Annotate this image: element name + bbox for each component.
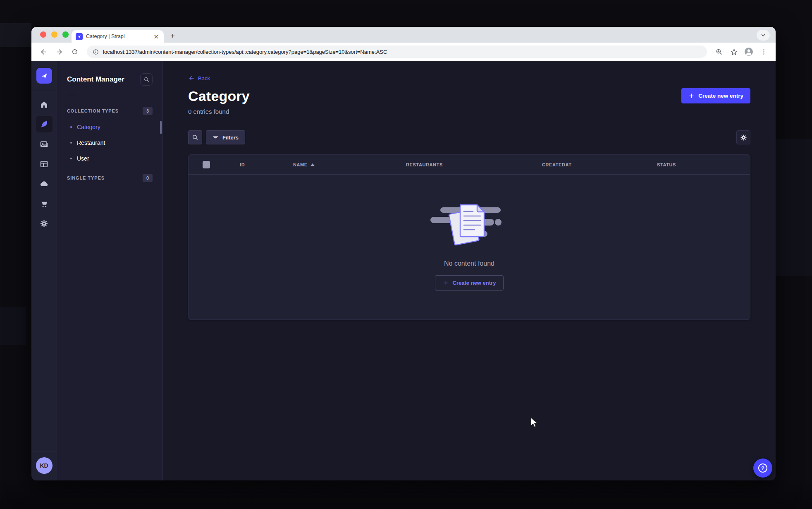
search-icon [192,134,198,141]
reload-icon [71,48,79,55]
page-title: Category [188,88,250,104]
tab-search-button[interactable] [757,30,770,41]
subnav-item-restaurant[interactable]: Restaurant [57,135,162,151]
url-text: localhost:1337/admin/content-manager/col… [103,49,387,55]
feather-pen-icon [40,120,48,129]
window-controls [40,31,69,38]
star-icon [730,48,738,56]
three-dots-icon [760,48,767,55]
column-header-id[interactable]: ID [240,162,293,167]
bullet-icon [70,142,72,144]
create-new-entry-button[interactable]: Create new entry [681,88,750,103]
empty-state-message: No content found [444,260,494,267]
minimize-window-button[interactable] [51,31,57,38]
subnav-item-user[interactable]: User [57,151,162,166]
nav-content-type-builder-button[interactable] [36,156,53,172]
empty-state: No content found Create new entry [189,175,750,319]
content-manager-subnav: Content Manager COLLECTION TYPES 3 Categ… [57,61,163,480]
cloud-icon [40,179,49,188]
desktop-background-patch [0,480,812,509]
nav-media-library-button[interactable] [36,136,53,152]
back-arrow-icon [188,75,195,82]
home-icon [40,100,48,109]
desktop-background-patch [0,23,31,47]
column-header-restaurants[interactable]: RESTAURANTS [406,162,542,167]
tab-title: Category | Strapi [86,34,149,39]
nav-content-manager-button[interactable] [36,116,53,132]
back-button[interactable] [37,46,50,58]
subnav-item-category[interactable]: Category [57,119,162,135]
subnav-divider [67,95,77,95]
browser-window: Category | Strapi ✕ + localhost:1337/adm… [31,27,776,480]
view-settings-button[interactable] [736,130,750,144]
browser-menu-button[interactable] [757,46,770,58]
help-button[interactable]: ? [753,459,772,478]
empty-documents-illustration [428,198,511,247]
new-tab-button[interactable]: + [170,32,175,40]
strapi-logo[interactable] [36,68,52,84]
plus-icon [443,280,449,286]
bullet-icon [70,158,72,159]
single-types-count-badge: 0 [143,174,153,182]
section-label-collection-types: COLLECTION TYPES [67,108,119,113]
entries-count: 0 entries found [188,108,250,115]
bookmark-button[interactable] [728,46,740,58]
forward-arrow-icon [55,48,63,56]
close-window-button[interactable] [40,31,46,38]
browser-tab-strip: Category | Strapi ✕ + [31,27,776,43]
select-all-checkbox[interactable] [203,161,210,168]
images-icon [40,140,48,149]
browser-toolbar: localhost:1337/admin/content-manager/col… [31,43,776,61]
desktop-background-patch [776,139,812,276]
zoom-page-button[interactable] [713,46,725,58]
back-arrow-icon [40,48,48,56]
main-content: Back Category 0 entries found Create new… [163,61,776,480]
page-info-icon [93,49,99,55]
column-header-name[interactable]: NAME [293,162,406,167]
nav-home-button[interactable] [36,96,53,113]
rail-divider [31,451,57,451]
main-nav-rail: KD [31,61,57,480]
gear-icon [40,219,48,228]
sort-ascending-icon [310,163,315,166]
column-header-status[interactable]: STATUS [657,162,750,167]
question-mark-icon: ? [758,463,767,473]
subnav-title: Content Manager [67,75,124,84]
zoom-magnifier-icon [715,48,723,55]
nav-marketplace-button[interactable] [36,195,53,212]
rail-divider [31,90,57,90]
desktop-background-patch [0,307,26,345]
subnav-search-button[interactable] [140,73,153,86]
back-link[interactable]: Back [188,75,750,82]
layout-window-icon [40,160,48,168]
column-header-createdat[interactable]: CREATEDAT [542,162,657,167]
table-header-row: ID NAME RESTAURANTS CREATEDAT STATUS [189,155,750,175]
nav-settings-button[interactable] [36,215,53,232]
user-avatar[interactable]: KD [36,457,53,474]
active-item-indicator [160,121,162,134]
collection-types-count-badge: 3 [143,107,153,115]
tab-close-icon[interactable]: ✕ [153,33,160,41]
empty-create-new-entry-button[interactable]: Create new entry [435,275,504,291]
forward-button[interactable] [53,46,65,58]
shopping-cart-icon [40,199,48,208]
section-label-single-types: SINGLE TYPES [67,175,105,180]
gear-icon [740,134,747,141]
strapi-app: KD Content Manager COLLECTION TYPES 3 Ca… [31,61,776,480]
browser-tab[interactable]: Category | Strapi ✕ [72,30,164,43]
strapi-favicon [76,33,83,40]
person-icon [744,47,754,57]
reload-button[interactable] [69,46,81,58]
table-search-button[interactable] [188,130,202,144]
filters-button[interactable]: Filters [206,130,245,144]
filter-icon [213,134,219,141]
bullet-icon [70,126,72,128]
zoom-window-button[interactable] [62,31,69,38]
chevron-down-icon [761,33,766,38]
nav-cloud-button[interactable] [36,175,53,192]
entries-table: ID NAME RESTAURANTS CREATEDAT STATUS [188,154,750,320]
profile-button[interactable] [743,46,755,58]
search-icon [143,77,150,83]
plus-icon [688,93,695,99]
address-bar[interactable]: localhost:1337/admin/content-manager/col… [87,46,707,58]
